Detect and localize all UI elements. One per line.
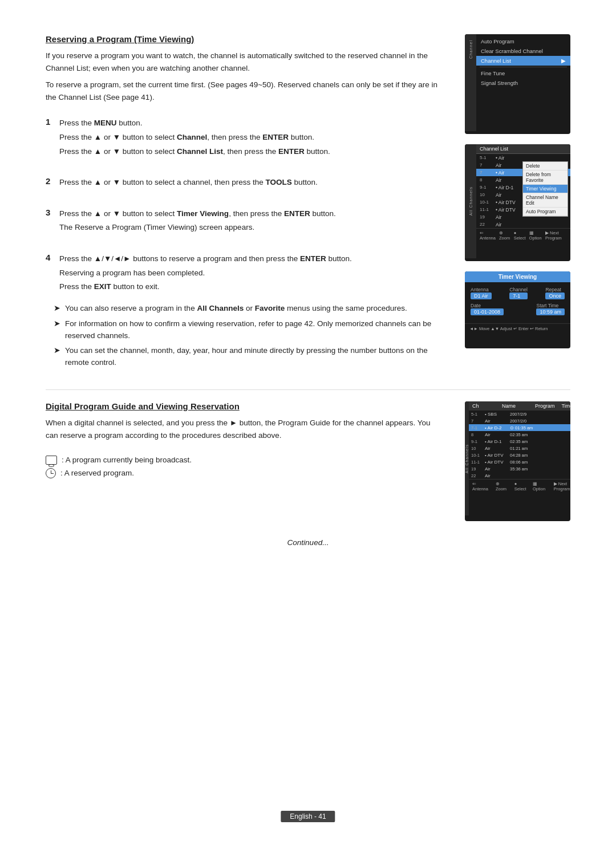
- pg-footer-zoom: ⊕ Zoom: [496, 481, 511, 491]
- channel-list-area: Channel List 5-1• Air 7Air 7• Air 8Air 9…: [476, 144, 570, 258]
- reserved-note-text: : A reserved program.: [60, 469, 134, 477]
- page-number-label: English - 41: [290, 812, 326, 820]
- pg-row-8: 11-1• Air DTV08:06 am: [469, 458, 570, 465]
- pg-channel-list: Ch Name Program Time 5-1• SBS2007/2/9 7A…: [469, 401, 570, 515]
- ctx-timer-viewing: Timer Viewing: [523, 185, 568, 193]
- step-1-content: Press the MENU button. Press the ▲ or ▼ …: [59, 117, 439, 159]
- menu-clear-scrambled: Clear Scrambled Channel: [476, 46, 570, 56]
- note-3: ➤ You can set the channel, month, day, y…: [46, 345, 439, 369]
- step-2: 2 Press the ▲ or ▼ button to select a ch…: [46, 176, 439, 190]
- step-4-line-1: Press the ▲/▼/◄/► buttons to reserve a p…: [59, 253, 439, 265]
- pg-footer-next: ▶ Next Program: [554, 481, 570, 491]
- pg-col-prog: Program: [535, 403, 555, 409]
- reserved-note: : A reserved program.: [46, 468, 439, 478]
- step-2-line-1: Press the ▲ or ▼ button to select a chan…: [59, 176, 439, 189]
- section-heading-2: Digital Program Guide and Viewing Reserv…: [46, 401, 439, 411]
- intro-para-1: If you reserve a program you want to wat…: [46, 50, 439, 74]
- timer-channel-val: 7-1: [509, 292, 528, 299]
- broadcast-icon: [46, 456, 57, 465]
- pg-row-7: 10-1• Air DTV04:28 am: [469, 452, 570, 458]
- channel-list-header: Channel List: [476, 144, 570, 154]
- page-number-bar: English - 41: [281, 811, 335, 822]
- note-2-text: For information on how to confirm a view…: [65, 318, 439, 342]
- timer-channel-col: Channel 7-1: [509, 287, 528, 299]
- footer-zoom: ⊕ Zoom: [499, 230, 510, 241]
- menu-fine-tune: Fine Tune: [476, 68, 570, 78]
- pg-footer-antenna: ⇐ Antenna: [472, 481, 492, 491]
- section-divider: [46, 389, 570, 390]
- timer-repeat-val: Once: [545, 292, 565, 299]
- step-2-content: Press the ▲ or ▼ button to select a chan…: [59, 176, 439, 190]
- timer-start-col: Start Time 10:59 am: [536, 303, 565, 315]
- pg-row-9: 19Air35:36 am: [469, 465, 570, 472]
- pg-row-4: 8Air02:35 am: [469, 431, 570, 438]
- section-2-intro: When a digital channel is selected, and …: [46, 417, 439, 441]
- pg-row-10: 22Air: [469, 472, 570, 479]
- step-1-number: 1: [46, 117, 55, 127]
- step-1-line-1: Press the MENU button.: [59, 117, 439, 129]
- menu-auto-program: Auto Program: [476, 36, 570, 46]
- reserved-icon: [46, 468, 56, 478]
- pg-sidebar-label: All Channels: [465, 444, 469, 473]
- ctx-delete-fav: Delete from Favorite: [523, 170, 568, 185]
- pg-footer-option: ▦ Option: [533, 481, 550, 491]
- pg-col-name: Name: [502, 403, 528, 409]
- broadcast-note-text: : A program currently being broadcast.: [62, 456, 192, 464]
- continued-text: Continued...: [46, 538, 570, 547]
- note-1-text: You can also reserve a program in the Al…: [65, 303, 407, 315]
- footer-next: ▶ Next Program: [545, 230, 567, 241]
- page: Reserving a Program (Time Viewing) If yo…: [0, 0, 616, 845]
- step-1-line-3: Press the ▲ or ▼ button to select Channe…: [59, 145, 439, 158]
- footer-select: ● Select: [514, 230, 526, 241]
- footer-antenna: ⇐ Antenna: [480, 230, 496, 241]
- screen-program-guide: All Channels Ch Name Program Time 5-1• S…: [465, 401, 570, 521]
- menu-channel-list: Channel List ▶: [476, 56, 570, 66]
- section-reserving: Reserving a Program (Time Viewing) If yo…: [46, 34, 570, 372]
- timer-date-col: Date 01-01-2008: [471, 303, 504, 315]
- intro-para-2: To reserve a program, set the current ti…: [46, 79, 439, 103]
- step-3-line-2: The Reserve a Program (Timer Viewing) sc…: [59, 221, 439, 234]
- footer-option: ▦ Option: [529, 230, 542, 241]
- screen-channel-list: All Channels Channel List 5-1• Air 7Air …: [465, 144, 570, 261]
- screens-column-2: All Channels Ch Name Program Time 5-1• S…: [456, 401, 570, 521]
- step-3-line-1: Press the ▲ or ▼ button to select Timer …: [59, 208, 439, 220]
- timer-footer-text: ◄► Move ▲▼ Adjust ↵ Enter ↩ Return: [469, 326, 548, 331]
- note-1-arrow: ➤: [54, 303, 62, 315]
- timer-antenna-val: D1 Air: [471, 292, 492, 299]
- screen-channel-menu: Channel Auto Program Clear Scrambled Cha…: [465, 34, 570, 134]
- pg-row-1: 5-1• SBS2007/2/9: [469, 411, 570, 417]
- step-4-number: 4: [46, 253, 55, 262]
- step-4-line-3: Press the EXIT button to exit.: [59, 281, 439, 293]
- ch-row-10: 22Air: [476, 221, 570, 228]
- timer-footer: ◄► Move ▲▼ Adjust ↵ Enter ↩ Return: [465, 323, 570, 334]
- step-3-content: Press the ▲ or ▼ button to select Timer …: [59, 208, 439, 235]
- text-column-2: Digital Program Guide and Viewing Reserv…: [46, 401, 439, 521]
- timer-row-1: Antenna D1 Air Channel 7-1 Repeat Once: [471, 287, 565, 299]
- pg-row-5: 9-1• Air D-102:35 am: [469, 438, 570, 445]
- step-3: 3 Press the ▲ or ▼ button to select Time…: [46, 208, 439, 235]
- step-1: 1 Press the MENU button. Press the ▲ or …: [46, 117, 439, 159]
- pg-row-2: 7Air2007/2/0: [469, 417, 570, 424]
- section-digital-guide: Digital Program Guide and Viewing Reserv…: [46, 401, 570, 521]
- ctx-delete: Delete: [523, 162, 568, 170]
- timer-date-val: 01-01-2008: [471, 308, 504, 315]
- timer-repeat-col: Repeat Once: [545, 287, 565, 299]
- ctx-auto-program: Auto Program: [523, 208, 568, 216]
- pg-footer-select: ● Select: [514, 481, 529, 491]
- timer-start-val: 10:59 am: [536, 308, 565, 315]
- sidebar-label-all-channels: All Channels: [469, 186, 473, 216]
- step-1-line-2: Press the ▲ or ▼ button to select Channe…: [59, 131, 439, 144]
- broadcast-note: : A program currently being broadcast.: [46, 456, 439, 465]
- step-4-line-2: Reserving a program has been completed.: [59, 267, 439, 279]
- screen-timer-viewing: Timer Viewing Antenna D1 Air Channel 7-1…: [465, 271, 570, 348]
- pg-col-time: Time: [562, 403, 570, 409]
- timer-title: Timer Viewing: [465, 271, 570, 282]
- note-1: ➤ You can also reserve a program in the …: [46, 303, 439, 315]
- ch-row-1: 5-1• Air: [476, 154, 570, 161]
- pg-footer: ⇐ Antenna ⊕ Zoom ● Select ▦ Option ▶ Nex…: [469, 479, 570, 493]
- step-4: 4 Press the ▲/▼/◄/► buttons to reserve a…: [46, 253, 439, 295]
- text-column-1: Reserving a Program (Time Viewing) If yo…: [46, 34, 439, 372]
- section-heading-1: Reserving a Program (Time Viewing): [46, 34, 439, 44]
- pg-row-6: 10Air01:21 am: [469, 445, 570, 452]
- context-menu: Delete Delete from Favorite Timer Viewin…: [522, 161, 568, 217]
